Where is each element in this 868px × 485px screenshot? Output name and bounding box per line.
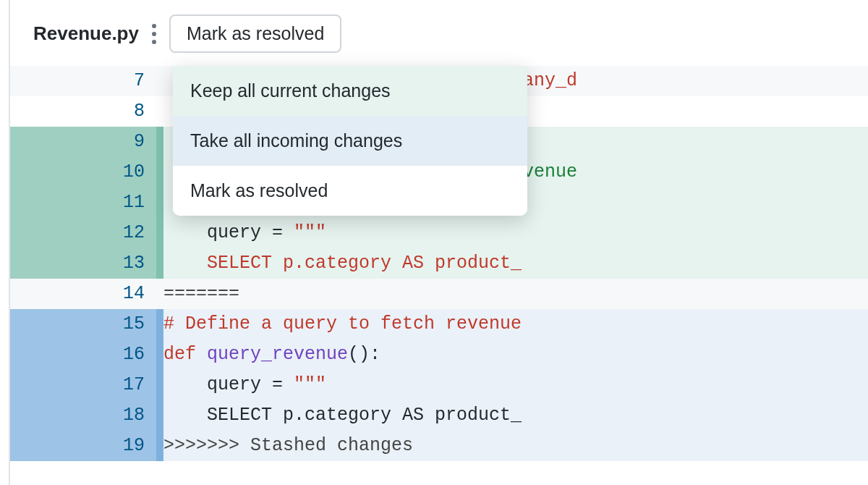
code-line: 16 def query_revenue(): — [10, 340, 868, 370]
code-line: 17 query = """ — [10, 370, 868, 400]
file-header: Revenue.py Mark as resolved — [10, 6, 868, 66]
line-number: 10 — [10, 157, 156, 187]
code-fragment: any_d — [523, 66, 577, 96]
code-line: 15 # Define a query to fetch revenue — [10, 309, 868, 340]
kebab-menu-icon[interactable] — [149, 18, 159, 50]
line-number: 9 — [10, 127, 156, 157]
code-line: 14 ======= — [10, 279, 868, 309]
keep-current-option[interactable]: Keep all current changes — [173, 66, 527, 116]
code-line: 18 SELECT p.category AS product_ — [10, 400, 868, 431]
line-number: 18 — [10, 400, 156, 431]
code-line: 13 SELECT p.category AS product_ — [10, 248, 868, 279]
line-number: 19 — [10, 431, 156, 461]
code-content: SELECT p.category AS product_ — [163, 248, 868, 279]
code-content: query = """ — [163, 370, 868, 400]
line-number: 14 — [10, 279, 156, 309]
file-panel: Revenue.py Mark as resolved any_d venue … — [9, 0, 868, 485]
line-number: 15 — [10, 309, 156, 340]
conflict-actions-dropdown: Keep all current changes Take all incomi… — [173, 66, 527, 216]
line-number: 16 — [10, 340, 156, 370]
code-content: SELECT p.category AS product_ — [163, 400, 868, 431]
code-content: ======= — [163, 279, 868, 309]
code-content: >>>>>>> Stashed changes — [163, 431, 868, 461]
line-number: 13 — [10, 248, 156, 279]
line-number: 12 — [10, 218, 156, 248]
code-content: # Define a query to fetch revenue — [163, 309, 868, 340]
line-number: 11 — [10, 187, 156, 218]
code-content: def query_revenue(): — [163, 340, 868, 370]
code-editor: any_d venue Keep all current changes Tak… — [10, 66, 868, 461]
line-number: 8 — [10, 96, 156, 127]
line-number: 17 — [10, 370, 156, 400]
code-content: query = """ — [163, 218, 868, 248]
mark-as-resolved-button[interactable]: Mark as resolved — [169, 14, 341, 53]
code-line: 12 query = """ — [10, 218, 868, 248]
code-line: 19 >>>>>>> Stashed changes — [10, 431, 868, 461]
line-number: 7 — [10, 66, 156, 96]
filename: Revenue.py — [33, 22, 139, 45]
code-fragment: venue — [523, 157, 577, 187]
mark-resolved-option[interactable]: Mark as resolved — [173, 166, 527, 216]
take-incoming-option[interactable]: Take all incoming changes — [173, 116, 527, 166]
